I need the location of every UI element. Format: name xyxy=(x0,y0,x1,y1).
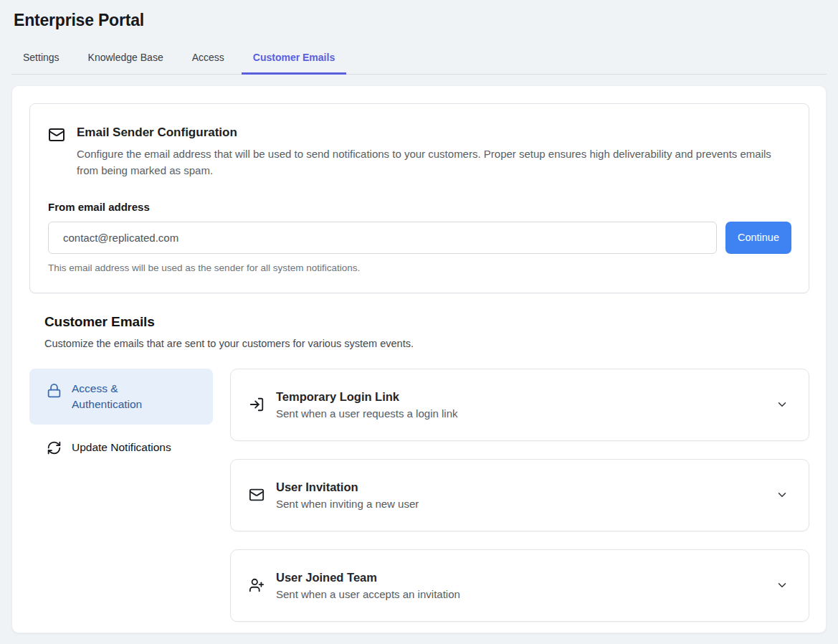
continue-button[interactable]: Continue xyxy=(725,222,791,254)
chevron-down-icon[interactable] xyxy=(776,579,789,592)
tab-knowledge-base[interactable]: Knowledge Base xyxy=(77,44,175,75)
chevron-down-icon[interactable] xyxy=(776,488,789,501)
user-plus-icon xyxy=(249,577,265,593)
customer-emails-section-header: Customer Emails Customize the emails tha… xyxy=(29,314,809,349)
email-card-title: Temporary Login Link xyxy=(276,390,764,404)
page-title: Enterprise Portal xyxy=(14,11,824,30)
lock-icon xyxy=(47,381,62,398)
accordion-item-user-joined-team[interactable]: User Joined Team Sent when a user accept… xyxy=(230,549,809,622)
tab-customer-emails[interactable]: Customer Emails xyxy=(242,44,346,75)
tab-label: Settings xyxy=(23,52,59,63)
sidebar-item-label: Update Notifications xyxy=(72,440,171,455)
sender-card-title: Email Sender Configuration xyxy=(77,126,779,140)
main-panel: Email Sender Configuration Configure the… xyxy=(11,85,827,633)
email-accordion-list: Temporary Login Link Sent when a user re… xyxy=(230,369,809,622)
accordion-item-temporary-login-link[interactable]: Temporary Login Link Sent when a user re… xyxy=(230,369,809,441)
from-email-label: From email address xyxy=(48,201,791,213)
sender-config-card: Email Sender Configuration Configure the… xyxy=(29,103,809,293)
email-category-sidebar: Access & Authentication Update Notificat… xyxy=(29,369,213,622)
email-card-subtitle: Sent when a user requests a login link xyxy=(276,407,764,420)
tab-bar: Settings Knowledge Base Access Customer … xyxy=(11,30,827,75)
tab-label: Knowledge Base xyxy=(88,52,163,63)
sidebar-item-update-notifications[interactable]: Update Notifications xyxy=(29,430,213,465)
sidebar-item-access-authentication[interactable]: Access & Authentication xyxy=(29,369,213,425)
tab-settings[interactable]: Settings xyxy=(11,44,71,75)
email-card-subtitle: Sent when a user accepts an invitation xyxy=(276,588,764,600)
tab-label: Access xyxy=(192,52,224,63)
mail-icon xyxy=(48,126,65,179)
section-subtitle: Customize the emails that are sent to yo… xyxy=(44,338,809,349)
sidebar-item-label: Access & Authentication xyxy=(72,381,179,413)
section-title: Customer Emails xyxy=(44,314,809,330)
accordion-item-user-invitation[interactable]: User Invitation Sent when inviting a new… xyxy=(230,459,809,531)
refresh-icon xyxy=(47,440,62,455)
email-card-title: User Invitation xyxy=(276,480,764,494)
from-email-input[interactable] xyxy=(48,222,717,254)
sender-card-description: Configure the email address that will be… xyxy=(77,146,779,179)
mail-icon xyxy=(249,487,265,503)
tab-access[interactable]: Access xyxy=(181,44,236,75)
page-header: Enterprise Portal xyxy=(0,0,838,30)
email-help-text: This email address will be used as the s… xyxy=(48,262,791,273)
log-in-icon xyxy=(249,397,265,412)
chevron-down-icon[interactable] xyxy=(776,398,789,411)
email-card-subtitle: Sent when inviting a new user xyxy=(276,498,764,510)
tab-label: Customer Emails xyxy=(253,52,335,63)
email-card-title: User Joined Team xyxy=(276,571,764,584)
